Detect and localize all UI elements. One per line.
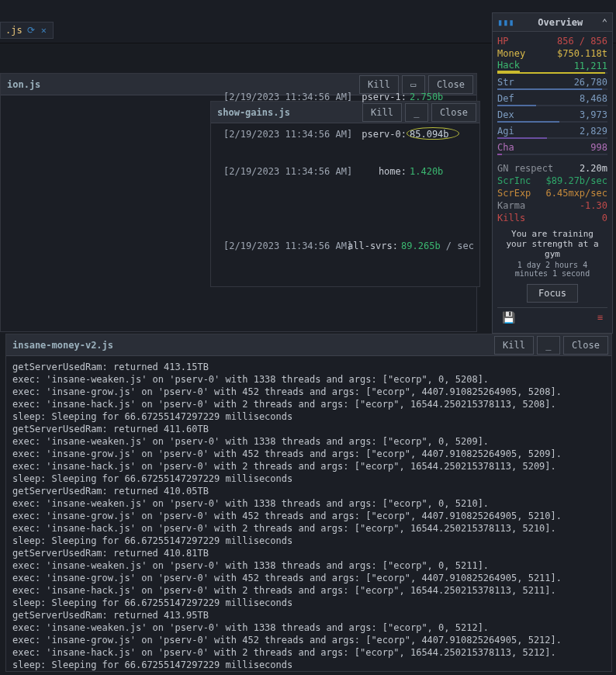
save-icon[interactable]: 💾: [502, 311, 515, 324]
stat-label-agi: Agi: [497, 126, 514, 137]
focus-button[interactable]: Focus: [527, 284, 578, 303]
overview-title: Overview: [519, 17, 602, 28]
stat-bar-agi: [497, 137, 607, 139]
stat-bar-hack: [497, 72, 607, 74]
stat-label-dex: Dex: [497, 109, 514, 120]
stat-value-scrinc: $89.27b/sec: [546, 175, 607, 186]
stat-label-gn: GN respect: [497, 163, 553, 174]
gain-label: pserv-1:: [348, 91, 410, 103]
stat-value-hp: 856 / 856: [557, 36, 607, 47]
gain-label: pserv-0:: [348, 128, 410, 140]
stat-bar-dex: [497, 121, 607, 123]
stat-bar-cha: [497, 154, 607, 155]
stat-label-hp: HP: [497, 36, 508, 47]
minimize-icon[interactable]: _: [537, 336, 560, 355]
menu-icon[interactable]: ≡: [597, 312, 603, 323]
close-icon[interactable]: ✕: [40, 25, 48, 36]
bars-icon: ▮▮▮: [497, 17, 514, 28]
timestamp: [2/19/2023 11:34:56 AM]: [223, 91, 348, 103]
stat-bar-def: [497, 105, 607, 106]
gain-label: all-svrs:: [348, 240, 401, 252]
stat-bar-str: [497, 88, 607, 90]
gain-label: home:: [348, 165, 410, 178]
stat-label-screxp: ScrExp: [497, 188, 531, 199]
gain-value: 89.265b: [401, 240, 441, 252]
overview-body: HP856 / 856 Money$750.118t Hack11,211 St…: [493, 32, 612, 333]
stat-label-scrinc: ScrInc: [497, 175, 531, 186]
timestamp: [2/19/2023 11:34:56 AM]: [223, 165, 348, 178]
stat-value-dex: 3,973: [580, 109, 607, 120]
stat-value-agi: 2,829: [580, 126, 607, 137]
kill-button[interactable]: Kill: [494, 336, 534, 355]
gain-value: 2.750b: [410, 91, 443, 103]
stat-value-karma: -1.30: [580, 200, 607, 211]
log-body: getServerUsedRam: returned 413.15TB exec…: [6, 356, 611, 675]
panel-titlebar[interactable]: insane-money-v2.js Kill _ Close: [6, 334, 611, 356]
timestamp: [2/19/2023 11:34:56 AM]: [223, 128, 348, 140]
stat-value-str: 26,780: [574, 77, 607, 88]
stat-label-cha: Cha: [497, 142, 514, 153]
stat-label-str: Str: [497, 77, 514, 88]
gains-body: [2/19/2023 11:34:56 AM]pserv-1: 2.750b […: [217, 61, 473, 282]
overview-sidebar: ▮▮▮ Overview ⌃ HP856 / 856 Money$750.118…: [492, 12, 613, 334]
stat-value-screxp: 6.45mxp/sec: [546, 188, 607, 199]
chevron-up-icon[interactable]: ⌃: [602, 17, 607, 28]
stat-label-kills: Kills: [497, 213, 525, 223]
stat-value-cha: 998: [590, 142, 607, 153]
stat-value-hack: 11,211: [574, 61, 607, 71]
overview-message: You are training your strength at a gym: [497, 224, 607, 261]
timestamp: [2/19/2023 11:34:56 AM]: [223, 240, 348, 252]
gain-suffix: / sec: [441, 240, 473, 252]
log-panel: insane-money-v2.js Kill _ Close getServe…: [5, 334, 612, 672]
refresh-icon[interactable]: ⟳: [26, 25, 36, 36]
stat-label-karma: Karma: [497, 200, 525, 211]
stat-label-money: Money: [497, 48, 525, 59]
stat-label-def: Def: [497, 93, 514, 104]
gain-value: 1.420b: [410, 165, 443, 178]
stat-label-hack: Hack: [497, 60, 520, 72]
stat-value-money: $750.118t: [557, 48, 607, 59]
editor-tab[interactable]: .js ⟳ ✕: [0, 22, 54, 39]
gain-value: 85.094b: [410, 128, 449, 140]
overview-header[interactable]: ▮▮▮ Overview ⌃: [493, 13, 612, 32]
panel-title: insane-money-v2.js: [12, 340, 491, 351]
stat-value-def: 8,468: [580, 93, 607, 104]
tab-label: .js: [5, 25, 22, 36]
close-button[interactable]: Close: [563, 336, 608, 355]
stat-value-gn: 2.20m: [580, 163, 607, 174]
overview-subtext: 1 day 2 hours 4 minutes 1 second: [497, 261, 607, 284]
show-gains-panel: show-gains.js Kill _ Close [2/19/2023 11…: [210, 101, 480, 287]
stat-value-kills: 0: [602, 213, 607, 223]
